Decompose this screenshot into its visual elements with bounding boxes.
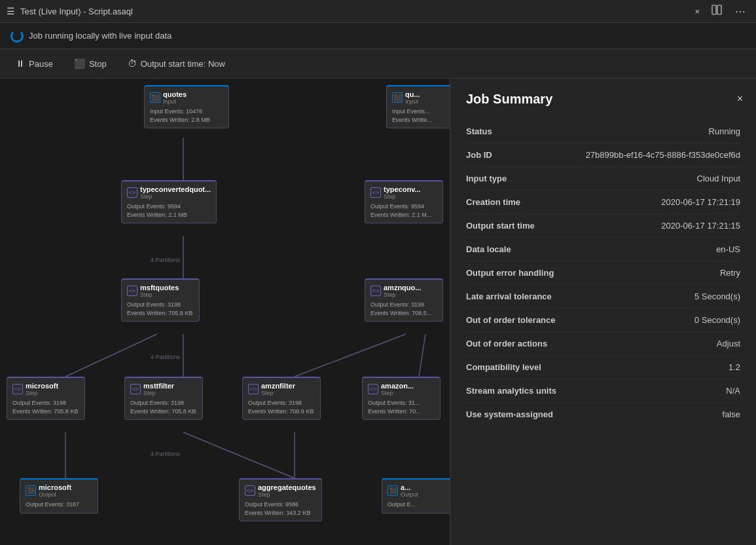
menu-icon[interactable]: ☰ bbox=[7, 6, 15, 16]
input-icon: ⬛ bbox=[150, 92, 160, 103]
node-a-output[interactable]: ⬛ a... Output Output E... bbox=[382, 478, 450, 514]
summary-value: Retry bbox=[584, 268, 740, 278]
summary-value: 2020-06-17 17:21:15 bbox=[584, 221, 740, 231]
summary-label: Output start time bbox=[466, 221, 584, 231]
node-stat: Output Events: 3198 bbox=[248, 399, 315, 407]
node-stat: Events Written: 708.5... bbox=[370, 309, 437, 318]
node-stat: Output Events: 3198 bbox=[130, 399, 197, 407]
node-subtitle: Input bbox=[405, 98, 420, 105]
node-title: typeconv... bbox=[384, 185, 421, 193]
node-stat: Output E... bbox=[387, 500, 450, 509]
node-stat: Output Events: 31... bbox=[368, 399, 435, 407]
node-subtitle: Output bbox=[401, 491, 418, 498]
step-icon: <> bbox=[127, 286, 137, 296]
node-title: a... bbox=[401, 483, 418, 491]
output-icon: ⬛ bbox=[387, 485, 398, 496]
node-typeconv2[interactable]: <> typeconv... Step Output Events: 9594E… bbox=[365, 180, 443, 223]
summary-rows: Status Running Job ID 27b899bb-ef16-4c75… bbox=[466, 120, 740, 426]
node-subtitle: Step bbox=[261, 390, 295, 396]
tab-close-button[interactable]: × bbox=[692, 5, 702, 18]
node-stat: Events Written: 2.8 MB bbox=[150, 116, 223, 124]
node-title: microsoft bbox=[26, 382, 58, 390]
node-stat: Input Events... bbox=[392, 107, 450, 116]
node-title: amznfilter bbox=[261, 382, 295, 390]
node-stat: Output Events: 9594 bbox=[370, 202, 437, 211]
node-stat: Events Writte... bbox=[392, 116, 450, 124]
summary-label: Input type bbox=[466, 174, 584, 183]
node-typeconvertedquot[interactable]: <> typeconvertedquot... Step Output Even… bbox=[121, 180, 217, 223]
summary-row: Out of order tolerance 0 Second(s) bbox=[466, 309, 740, 332]
node-title: quotes bbox=[163, 90, 187, 98]
output-start-time-button[interactable]: ⏱ Output start time: Now bbox=[122, 56, 230, 71]
node-header: <> typeconvertedquot... Step bbox=[127, 185, 211, 200]
pause-button[interactable]: ⏸ Pause bbox=[10, 56, 58, 71]
summary-value: N/A bbox=[584, 386, 740, 396]
node-subtitle: Step bbox=[26, 390, 58, 396]
split-editor-button[interactable] bbox=[708, 3, 726, 19]
node-amznfilter[interactable]: <> amznfilter Step Output Events: 3198Ev… bbox=[242, 377, 321, 420]
job-summary-panel: Job Summary × Status Running Job ID 27b8… bbox=[450, 79, 756, 545]
node-aggregatequotes[interactable]: <> aggregatequotes Step Output Events: 9… bbox=[239, 478, 322, 521]
main-area: ⬛ quotes Input Input Events: 10476Events… bbox=[0, 79, 756, 545]
node-stat: Events Written: 705.8 KB bbox=[130, 407, 197, 416]
summary-value: Adjust bbox=[584, 339, 740, 348]
node-header: <> amznquo... Step bbox=[370, 284, 437, 298]
node-msttfilter[interactable]: <> msttfilter Step Output Events: 3198Ev… bbox=[124, 377, 203, 420]
node-microsoft[interactable]: <> microsoft Step Output Events: 3198Eve… bbox=[7, 377, 85, 420]
summary-label: Job ID bbox=[466, 150, 584, 160]
node-subtitle: Input bbox=[163, 98, 187, 105]
diagram-canvas[interactable]: ⬛ quotes Input Input Events: 10476Events… bbox=[0, 79, 450, 545]
title-bar: ☰ Test (Live Input) - Script.asaql × ⋯ bbox=[0, 0, 756, 23]
summary-value: 2020-06-17 17:21:19 bbox=[584, 197, 740, 207]
summary-row: Creation time 2020-06-17 17:21:19 bbox=[466, 191, 740, 214]
summary-value: false bbox=[584, 409, 740, 419]
node-msftquotes[interactable]: <> msftquotes Step Output Events: 3198Ev… bbox=[121, 278, 200, 322]
summary-value: 5 Second(s) bbox=[584, 291, 740, 301]
stop-button[interactable]: ⬛ Stop bbox=[69, 56, 112, 71]
node-stat: Events Written: 2.1 M... bbox=[370, 211, 437, 219]
node-subtitle: Step bbox=[384, 193, 421, 200]
stop-icon: ⬛ bbox=[74, 58, 85, 69]
stop-label: Stop bbox=[89, 59, 107, 69]
panel-title: Job Summary bbox=[466, 92, 740, 107]
svg-line-6 bbox=[295, 334, 406, 377]
tab-title: Test (Live Input) - Script.asaql bbox=[20, 7, 687, 16]
summary-row: Stream analytics units N/A bbox=[466, 379, 740, 403]
node-amazon[interactable]: <> amazon... Step Output Events: 31...Ev… bbox=[362, 377, 441, 420]
more-actions-button[interactable]: ⋯ bbox=[731, 4, 749, 19]
input-icon: ⬛ bbox=[392, 92, 403, 103]
node-header: <> amznfilter Step bbox=[248, 382, 315, 396]
svg-line-4 bbox=[65, 334, 157, 377]
panel-close-button[interactable]: × bbox=[734, 90, 746, 107]
summary-value: 0 Second(s) bbox=[584, 315, 740, 325]
node-title: amznquo... bbox=[384, 284, 421, 291]
partition-label: 4 Partitions bbox=[151, 451, 180, 457]
step-icon: <> bbox=[245, 485, 255, 496]
node-stat: Output Events: 3198 bbox=[370, 301, 437, 309]
partition-label: 4 Partitions bbox=[151, 354, 180, 360]
summary-row: Use system-assigned false bbox=[466, 403, 740, 426]
node-amznquo[interactable]: <> amznquo... Step Output Events: 3198Ev… bbox=[365, 278, 443, 322]
node-quotes-input[interactable]: ⬛ quotes Input Input Events: 10476Events… bbox=[144, 85, 229, 128]
pause-label: Pause bbox=[29, 59, 53, 69]
node-header: <> aggregatequotes Step bbox=[245, 483, 316, 498]
summary-value: 1.2 bbox=[584, 362, 740, 372]
step-icon: <> bbox=[127, 187, 137, 198]
node-stat: Events Written: 705.8 KB bbox=[12, 407, 79, 416]
node-microsoft-output[interactable]: ⬛ microsoft Output Output Events: 3187 bbox=[20, 478, 98, 514]
node-quotes-input2[interactable]: ⬛ qu... Input Input Events...Events Writ… bbox=[386, 85, 450, 128]
summary-row: Output start time 2020-06-17 17:21:15 bbox=[466, 214, 740, 238]
svg-rect-1 bbox=[717, 5, 721, 14]
node-header: ⬛ a... Output bbox=[387, 483, 450, 498]
summary-value: Running bbox=[584, 126, 740, 136]
node-title: typeconvertedquot... bbox=[140, 185, 211, 193]
summary-label: Use system-assigned bbox=[466, 409, 584, 419]
step-icon: <> bbox=[130, 384, 141, 394]
step-icon: <> bbox=[12, 384, 23, 394]
node-header: ⬛ microsoft Output bbox=[26, 483, 92, 498]
node-title: msttfilter bbox=[143, 382, 174, 390]
node-stat: Events Written: 2.1 MB bbox=[127, 211, 211, 219]
summary-label: Stream analytics units bbox=[466, 386, 584, 396]
summary-row: Out of order actions Adjust bbox=[466, 332, 740, 356]
summary-label: Output error handling bbox=[466, 268, 584, 278]
